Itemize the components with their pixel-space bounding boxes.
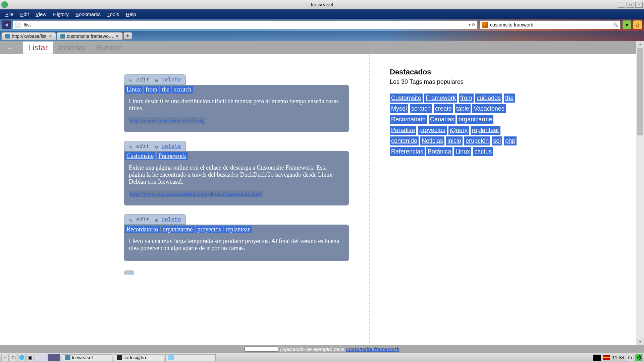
cloud-tag[interactable]: proyectos xyxy=(418,126,447,135)
menu-file[interactable]: File xyxy=(2,11,17,18)
cloud-tag[interactable]: scratch xyxy=(410,104,432,113)
cloud-tag[interactable]: Canarias xyxy=(429,115,455,124)
cloud-tag[interactable]: erupción xyxy=(464,136,490,145)
footer-text: (Aplicación de ejemplo) para xyxy=(280,346,344,352)
cloud-tag[interactable]: Customsite xyxy=(390,94,423,103)
cloud-tag[interactable]: cactus xyxy=(473,147,493,156)
site-identity-icon[interactable] xyxy=(15,22,21,28)
new-tab-button[interactable]: + xyxy=(123,32,132,40)
card-link[interactable]: http://www.sourcecodeonline.com/details/… xyxy=(129,191,263,197)
footer-link[interactable]: customsite framework xyxy=(346,346,399,352)
app-icon xyxy=(1,1,8,8)
chevron-up-icon[interactable]: ︿ xyxy=(7,44,13,52)
card-tags: Linuxfromthescratch xyxy=(124,85,349,95)
clock[interactable]: 11:58 xyxy=(612,355,624,360)
delete-button[interactable]: delete xyxy=(155,216,181,223)
card-link[interactable]: http://www.linuxfromscratch.org xyxy=(129,117,205,124)
logout-icon[interactable]: ⏻ xyxy=(635,354,643,361)
search-bar[interactable]: 🔍 xyxy=(480,20,621,29)
search-input[interactable] xyxy=(490,22,611,27)
delete-button[interactable]: delete xyxy=(155,76,181,83)
cloud-tag[interactable]: Vacaciones xyxy=(472,104,506,113)
back-button[interactable]: ◄ xyxy=(2,20,11,29)
tag-link[interactable]: organizarme xyxy=(161,226,195,233)
tab-close-icon[interactable]: ✕ xyxy=(115,34,119,39)
cloud-tag[interactable]: jQuery xyxy=(448,126,469,135)
dropdown-icon[interactable]: ▾ xyxy=(469,22,471,27)
search-go-icon[interactable]: 🔍 xyxy=(611,22,620,27)
browser-tab[interactable]: http://kwbase/list ✕ xyxy=(1,32,56,40)
cloud-tag[interactable]: Botánica xyxy=(426,147,452,156)
close-button[interactable]: ✕ xyxy=(635,2,643,8)
edit-button[interactable]: edit xyxy=(129,76,149,83)
minimize-button[interactable]: _ xyxy=(618,2,625,8)
reload-icon[interactable]: ⟳ xyxy=(472,22,475,27)
cloud-tag[interactable]: cuidados xyxy=(475,94,502,103)
cloud-tag[interactable]: Paradise xyxy=(390,126,416,135)
cloud-tag[interactable]: Framework xyxy=(424,94,457,103)
cloud-tag[interactable]: Referencias xyxy=(390,147,425,156)
filemanager-icon[interactable]: 🗀 xyxy=(10,354,17,361)
nav-insertar[interactable]: Insertar xyxy=(53,42,91,54)
edit-button[interactable]: edit xyxy=(129,143,149,149)
nav-listar[interactable]: Listar xyxy=(23,42,53,54)
edit-button[interactable]: edit xyxy=(129,216,149,223)
cloud-tag[interactable]: Linux xyxy=(454,147,471,156)
menu-edit[interactable]: Edit xyxy=(17,11,32,18)
vertical-scrollbar[interactable]: ▲ ▼ xyxy=(636,41,644,345)
tag-link[interactable]: Framework xyxy=(157,152,188,160)
workspace-pager[interactable] xyxy=(36,354,60,361)
cloud-tag[interactable]: replantear xyxy=(471,126,500,135)
delete-button[interactable]: delete xyxy=(155,143,181,149)
cloud-tag[interactable]: php xyxy=(504,136,517,145)
maximize-button[interactable]: ◻ xyxy=(627,2,634,8)
tag-link[interactable]: Recordatorio xyxy=(125,226,160,233)
cloud-tag[interactable]: create xyxy=(434,104,453,113)
cloud-tag[interactable]: table xyxy=(455,104,471,113)
home-button[interactable]: ⌂ xyxy=(633,20,642,29)
tray-icon[interactable]: 🗀 xyxy=(626,354,633,361)
url-input[interactable] xyxy=(23,21,467,28)
cloud-tag[interactable]: inicio xyxy=(446,136,463,145)
tray-indicator[interactable] xyxy=(593,355,601,361)
menu-help[interactable]: Help xyxy=(122,11,140,18)
cloud-tag[interactable]: Mysql xyxy=(390,104,408,113)
taskbar-task[interactable]: carlos@ho… xyxy=(114,354,164,361)
browser-tab[interactable]: customsite framewo… ✕ xyxy=(57,32,123,40)
address-bar[interactable]: ▾⟳ xyxy=(13,20,478,29)
taskbar-task[interactable]: Iceweasel xyxy=(62,354,112,361)
cloud-tag[interactable]: Recordatorio xyxy=(390,115,427,124)
tab-close-icon[interactable]: ✕ xyxy=(49,34,52,39)
scroll-up-arrow[interactable]: ▲ xyxy=(636,41,644,48)
footer-input[interactable] xyxy=(245,346,278,352)
menu-view[interactable]: View xyxy=(32,11,50,18)
menu-history[interactable]: History xyxy=(50,11,72,18)
cloud-tag[interactable]: the xyxy=(504,94,515,103)
tag-link[interactable]: proyectos xyxy=(196,226,223,233)
terminal-icon[interactable]: ▣ xyxy=(26,354,34,361)
tag-link[interactable]: replantear xyxy=(224,226,252,233)
launcher-icon[interactable]: ⌂ xyxy=(1,354,9,361)
keyboard-layout-icon[interactable] xyxy=(603,355,610,360)
scroll-thumb[interactable] xyxy=(637,48,643,135)
scroll-down-arrow[interactable]: ▼ xyxy=(636,339,644,345)
search-engine-icon[interactable] xyxy=(482,22,488,28)
taskbar-task[interactable]: - … xyxy=(165,354,216,361)
scroll-track[interactable] xyxy=(636,136,644,339)
browser-icon[interactable]: 🌐 xyxy=(18,354,25,361)
menu-bookmarks[interactable]: Bookmarks xyxy=(72,11,104,18)
tag-link[interactable]: scratch xyxy=(172,86,193,94)
cloud-tag[interactable]: contenido xyxy=(390,136,419,145)
cloud-tag[interactable]: organizarme xyxy=(457,115,493,124)
tag-link[interactable]: Linux xyxy=(125,86,143,94)
cloud-tag[interactable]: Noticias xyxy=(420,136,444,145)
nav-buscar[interactable]: Buscar xyxy=(91,42,127,54)
cloud-tag[interactable]: sol xyxy=(492,136,502,145)
cloud-tag[interactable]: from xyxy=(459,94,474,103)
tag-link[interactable]: the xyxy=(160,86,171,94)
go-button[interactable]: ▾ xyxy=(623,20,631,29)
menu-tools[interactable]: Tools xyxy=(104,11,122,18)
tag-link[interactable]: from xyxy=(144,86,159,94)
task-icon xyxy=(117,355,122,360)
tag-link[interactable]: Customsite xyxy=(125,152,155,160)
